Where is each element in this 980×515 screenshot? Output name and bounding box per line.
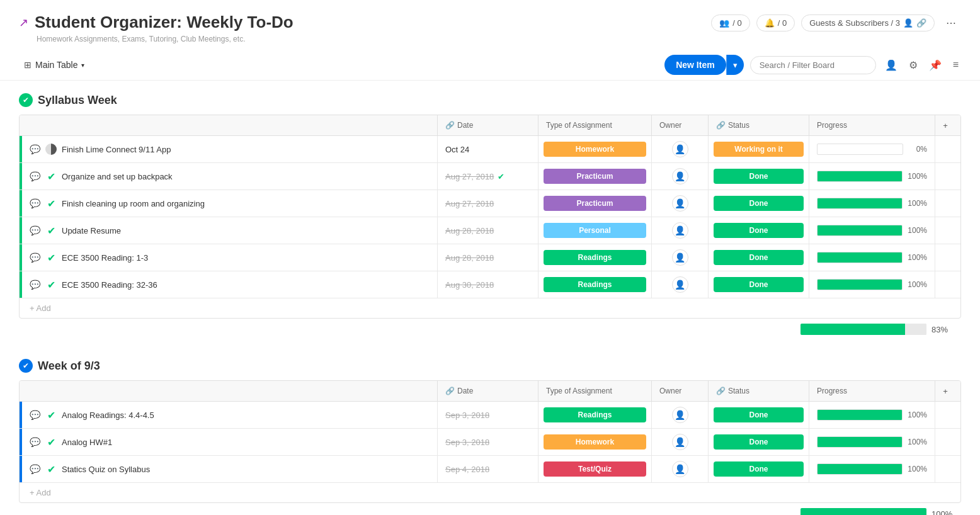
- task-cell: 💬 ✔ ECE 3500 Reading: 1-3: [20, 244, 438, 271]
- owner-cell: 👤: [652, 163, 709, 190]
- task-cell: 💬 ✔ Analog HW#1: [20, 429, 438, 455]
- more-button[interactable]: ⋯: [941, 13, 961, 33]
- group-title: Syllabus Week: [38, 94, 117, 107]
- comment-icon[interactable]: 💬: [30, 198, 40, 208]
- type-badge: Homework: [544, 142, 646, 157]
- link-icon: 🔗: [445, 387, 455, 395]
- task-check[interactable]: ✔: [45, 279, 57, 290]
- task-check[interactable]: ✔: [45, 409, 57, 421]
- comment-icon[interactable]: 💬: [30, 437, 40, 447]
- search-input[interactable]: [750, 56, 876, 74]
- owner-cell: 👤: [652, 429, 709, 455]
- check-done-icon: ✔: [47, 198, 55, 210]
- task-cell: 💬 Finish Lime Connect 9/11 App: [20, 136, 438, 162]
- comment-icon[interactable]: 💬: [30, 464, 40, 474]
- owner-cell: 👤: [652, 190, 709, 217]
- comment-icon[interactable]: 💬: [30, 144, 40, 154]
- guests-badge[interactable]: Guests & Subscribers / 3 👤 🔗: [801, 14, 935, 31]
- status-badge: Working on it: [714, 142, 804, 157]
- toolbar-left: ⊞ Main Table ▾: [19, 57, 89, 72]
- progress-pct: 100%: [908, 280, 927, 289]
- summary-pct: 100%: [932, 509, 954, 516]
- col-headers: 🔗 Date Type of Assignment Owner 🔗 Status…: [20, 115, 960, 136]
- progress-pct: 0%: [908, 145, 927, 154]
- table-container: 🔗 Date Type of Assignment Owner 🔗 Status…: [19, 115, 961, 319]
- add-row-button[interactable]: + Add: [20, 483, 960, 502]
- date-cell: Sep 3, 2018: [438, 402, 538, 428]
- task-check[interactable]: ✔: [45, 252, 57, 263]
- type-cell: Homework: [538, 136, 652, 162]
- group-header: ✔ Syllabus Week: [19, 93, 961, 107]
- main-table-button[interactable]: ⊞ Main Table ▾: [19, 57, 89, 72]
- new-item-dropdown-button[interactable]: ▾: [726, 55, 744, 75]
- chevron-down-icon: ▾: [81, 62, 84, 69]
- summary-pct: 83%: [932, 325, 954, 334]
- summary-bar-fill: [801, 508, 926, 515]
- settings-icon[interactable]: ⚙: [906, 57, 920, 74]
- group-toggle[interactable]: ✔: [19, 93, 33, 107]
- progress-bar: [817, 409, 903, 421]
- check-half-icon: [45, 144, 57, 155]
- task-check[interactable]: ✔: [45, 198, 57, 209]
- comment-icon[interactable]: 💬: [30, 225, 40, 235]
- task-name: Organize and set up backpack: [62, 172, 173, 181]
- progress-pct: 100%: [908, 438, 927, 446]
- task-check[interactable]: ✔: [45, 436, 57, 448]
- row-extra: [935, 190, 960, 217]
- add-column-button[interactable]: +: [935, 115, 955, 135]
- progress-pct: 100%: [908, 199, 927, 208]
- date-cell: Oct 24: [438, 136, 538, 162]
- share-count-badge[interactable]: 👥 / 0: [711, 14, 749, 31]
- group-toggle[interactable]: ✔: [19, 359, 33, 373]
- progress-cell: 100%: [809, 244, 935, 271]
- status-badge: Done: [714, 461, 804, 477]
- col-header-status: 🔗 Status: [709, 381, 809, 401]
- comment-icon[interactable]: 💬: [30, 410, 40, 420]
- task-check[interactable]: [45, 144, 57, 155]
- add-column-button[interactable]: +: [935, 381, 955, 401]
- guests-icon: 👤: [903, 18, 913, 28]
- header-left: ↗ Student Organizer: Weekly To-Do Homewo…: [19, 13, 293, 43]
- check-done-icon: ✔: [47, 409, 55, 421]
- type-badge: Readings: [544, 250, 646, 265]
- task-check[interactable]: ✔: [45, 225, 57, 236]
- task-name: Analog HW#1: [62, 438, 112, 447]
- group-section-syllabus: ✔ Syllabus Week 🔗 Date Type of Assignmen…: [19, 93, 961, 340]
- task-check[interactable]: ✔: [45, 171, 57, 182]
- summary-bar: [801, 508, 926, 515]
- progress-pct: 100%: [908, 465, 927, 473]
- filter-icon[interactable]: ≡: [950, 57, 961, 73]
- date-cell: Aug 28, 2018: [438, 244, 538, 271]
- status-cell: Done: [709, 244, 809, 271]
- table-row: 💬 ✔ Finish cleaning up room and organizi…: [20, 190, 960, 217]
- progress-bar-fill: [818, 410, 902, 420]
- bell-count-badge[interactable]: 🔔 / 0: [756, 14, 795, 31]
- comment-icon[interactable]: 💬: [30, 171, 40, 181]
- comment-icon[interactable]: 💬: [30, 280, 40, 290]
- bell-icon: 🔔: [765, 18, 775, 28]
- progress-cell: 100%: [809, 190, 935, 217]
- new-item-button[interactable]: New Item: [664, 55, 726, 75]
- row-extra: [935, 217, 960, 244]
- task-name: Update Resume: [62, 226, 121, 235]
- task-name: ECE 3500 Reading: 1-3: [62, 253, 148, 263]
- comment-icon[interactable]: 💬: [30, 252, 40, 263]
- user-icon[interactable]: 👤: [882, 57, 900, 74]
- task-cell: 💬 ✔ Organize and set up backpack: [20, 163, 438, 190]
- owner-cell: 👤: [652, 271, 709, 298]
- status-cell: Done: [709, 429, 809, 455]
- add-row-button[interactable]: + Add: [20, 298, 960, 318]
- progress-bar: [817, 279, 903, 290]
- type-cell: Practicum: [538, 163, 652, 190]
- col-header-owner: Owner: [652, 381, 709, 401]
- table-row: 💬 ✔ ECE 3500 Reading: 1-3 Aug 28, 2018 R…: [20, 244, 960, 271]
- check-done-icon: ✔: [47, 279, 55, 291]
- share-icon[interactable]: ↗: [19, 16, 28, 30]
- pin-icon[interactable]: 📌: [926, 57, 944, 74]
- link-icon-status: 🔗: [716, 387, 726, 395]
- app-subtitle: Homework Assignments, Exams, Tutoring, C…: [37, 35, 293, 43]
- date-value: Sep 3, 2018: [445, 410, 489, 420]
- status-cell: Done: [709, 217, 809, 244]
- col-header-status: 🔗 Status: [709, 115, 809, 135]
- task-check[interactable]: ✔: [45, 463, 57, 475]
